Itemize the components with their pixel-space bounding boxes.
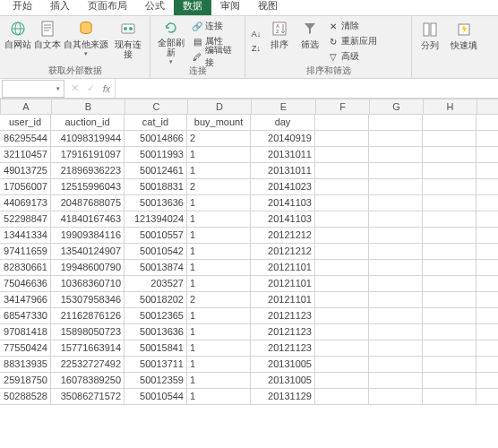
empty-cell[interactable] — [315, 228, 369, 243]
empty-cell[interactable] — [315, 163, 369, 178]
cell[interactable]: 20487688075 — [51, 195, 124, 211]
empty-cell[interactable] — [423, 163, 477, 178]
cell[interactable]: 77550424 — [0, 340, 51, 356]
cell[interactable]: 22532727492 — [51, 357, 124, 372]
cell[interactable]: 16078389250 — [51, 373, 124, 388]
empty-cell[interactable] — [423, 308, 477, 323]
col-header[interactable]: G — [370, 99, 424, 114]
cell[interactable]: 20140919 — [251, 131, 315, 146]
empty-cell[interactable] — [315, 211, 369, 227]
col-header[interactable]: D — [188, 99, 252, 114]
text-to-columns-button[interactable]: 分列 — [416, 19, 444, 65]
cell[interactable]: 20131005 — [251, 373, 315, 388]
cell[interactable]: 20121101 — [251, 292, 315, 307]
table-header-cell[interactable]: user_id — [0, 115, 51, 130]
sort-desc-button[interactable]: Z↓ — [249, 41, 263, 56]
cell[interactable]: 50013636 — [124, 195, 187, 211]
fx-button[interactable]: fx — [99, 83, 115, 94]
name-box[interactable]: ▾ — [2, 80, 64, 98]
empty-cell[interactable] — [423, 179, 477, 194]
tab-view[interactable]: 视图 — [249, 0, 287, 15]
table-header-cell[interactable]: auction_id — [51, 115, 124, 130]
flash-fill-button[interactable]: 快速填 — [446, 19, 482, 65]
cell[interactable]: 21896936223 — [51, 163, 124, 178]
cell[interactable]: 41098319944 — [51, 131, 124, 146]
cell[interactable]: 17916191097 — [51, 147, 124, 162]
empty-cell[interactable] — [369, 179, 423, 194]
cell[interactable]: 50012359 — [124, 373, 187, 388]
cell[interactable]: 1 — [187, 357, 251, 372]
empty-cell[interactable] — [315, 179, 369, 194]
empty-cell[interactable] — [315, 147, 369, 162]
empty-cell[interactable] — [423, 340, 477, 356]
cell[interactable]: 50013874 — [124, 260, 187, 275]
empty-cell[interactable] — [423, 244, 477, 259]
cell[interactable]: 20121101 — [251, 276, 315, 291]
reapply-button[interactable]: ↻重新应用 — [326, 34, 379, 48]
empty-cell[interactable] — [423, 228, 477, 243]
cell[interactable]: 17056007 — [0, 179, 51, 194]
empty-cell[interactable] — [315, 373, 369, 388]
cell[interactable]: 34147966 — [0, 292, 51, 307]
cell[interactable]: 1 — [187, 276, 251, 291]
cell[interactable]: 1 — [187, 228, 251, 243]
table-header-cell[interactable]: buy_mount — [187, 115, 251, 130]
cell[interactable]: 20131011 — [251, 163, 315, 178]
connections-button[interactable]: 🔗连接 — [190, 19, 241, 33]
tab-insert[interactable]: 插入 — [41, 0, 79, 15]
table-header-cell[interactable]: cat_id — [124, 115, 187, 130]
cell[interactable]: 75046636 — [0, 276, 51, 291]
cell[interactable]: 50013636 — [124, 324, 187, 340]
empty-cell[interactable] — [315, 357, 369, 372]
cell[interactable]: 52298847 — [0, 211, 51, 227]
cell[interactable]: 50012461 — [124, 163, 187, 178]
cell[interactable]: 1 — [187, 211, 251, 227]
empty-cell[interactable] — [369, 244, 423, 259]
empty-cell[interactable] — [423, 211, 477, 227]
empty-cell[interactable] — [315, 131, 369, 146]
cell[interactable]: 1 — [187, 308, 251, 323]
cell[interactable]: 50010542 — [124, 244, 187, 259]
cell[interactable]: 50018202 — [124, 292, 187, 307]
cell[interactable]: 50010544 — [124, 389, 187, 404]
cell[interactable]: 121394024 — [124, 211, 187, 227]
cell[interactable]: 25918750 — [0, 373, 51, 388]
empty-cell[interactable] — [423, 147, 477, 162]
empty-cell[interactable] — [315, 276, 369, 291]
empty-cell[interactable] — [369, 276, 423, 291]
empty-cell[interactable] — [369, 260, 423, 275]
cell[interactable]: 15307958346 — [51, 292, 124, 307]
cell[interactable]: 68547330 — [0, 308, 51, 323]
edit-links-button[interactable]: 🖉编辑链接 — [190, 49, 241, 64]
empty-cell[interactable] — [369, 389, 423, 404]
cell[interactable]: 1 — [187, 195, 251, 211]
empty-cell[interactable] — [423, 260, 477, 275]
empty-cell[interactable] — [369, 292, 423, 307]
empty-cell[interactable] — [369, 324, 423, 340]
cell[interactable]: 50010557 — [124, 228, 187, 243]
cell[interactable]: 1 — [187, 373, 251, 388]
cell[interactable]: 50018831 — [124, 179, 187, 194]
cell[interactable]: 20121123 — [251, 308, 315, 323]
cancel-icon[interactable]: ✕ — [66, 82, 82, 94]
cell[interactable]: 1 — [187, 260, 251, 275]
cell[interactable]: 10368360710 — [51, 276, 124, 291]
empty-cell[interactable] — [423, 276, 477, 291]
tab-start[interactable]: 开始 — [4, 0, 41, 15]
cell[interactable]: 1 — [187, 324, 251, 340]
empty-cell[interactable] — [369, 131, 423, 146]
cell[interactable]: 1 — [187, 389, 251, 404]
empty-cell[interactable] — [369, 228, 423, 243]
empty-cell[interactable] — [369, 115, 423, 130]
from-web-button[interactable]: 自网站 — [4, 18, 31, 65]
col-header[interactable]: B — [52, 99, 125, 114]
empty-cell[interactable] — [315, 389, 369, 404]
empty-cell[interactable] — [423, 131, 477, 146]
from-other-button[interactable]: 自其他来源 ▾ — [64, 18, 109, 65]
empty-cell[interactable] — [315, 340, 369, 356]
advanced-filter-button[interactable]: ▽高级 — [326, 49, 379, 64]
cell[interactable]: 20131011 — [251, 147, 315, 162]
cell[interactable]: 20131129 — [251, 389, 315, 404]
formula-input[interactable] — [115, 79, 498, 98]
cell[interactable]: 97081418 — [0, 324, 51, 340]
